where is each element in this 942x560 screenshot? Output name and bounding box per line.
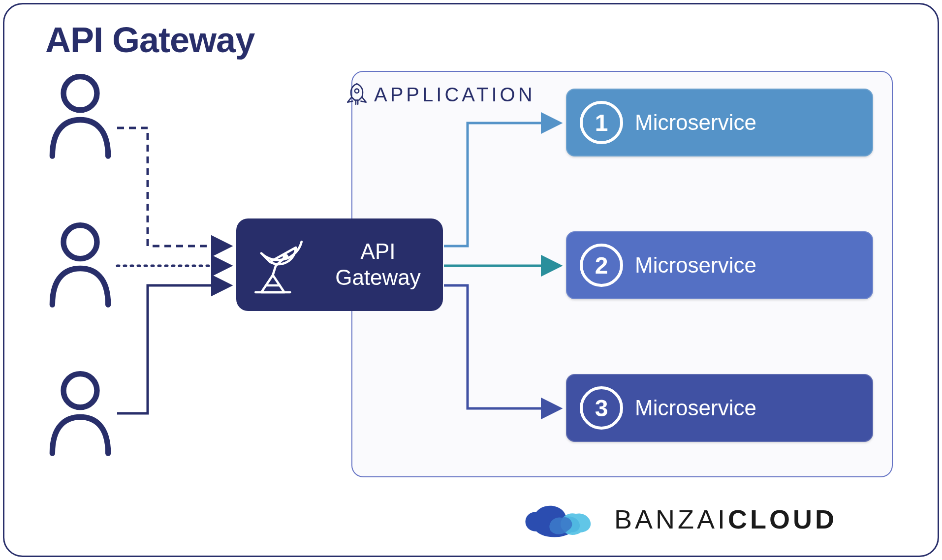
arrows-layer (0, 0, 942, 560)
brand-text: BANZAICLOUD (614, 504, 837, 534)
brand-part2: CLOUD (728, 504, 837, 534)
brand-logo: BANZAICLOUD (517, 497, 837, 541)
banzai-cloud-icon (517, 497, 600, 541)
brand-part1: BANZAI (614, 504, 728, 534)
